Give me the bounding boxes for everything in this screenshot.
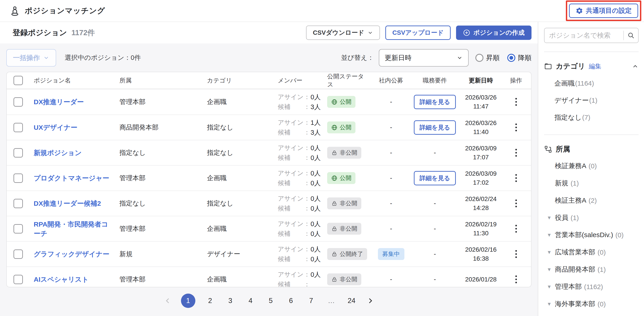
department-item[interactable]: ▼ 検証兼務A (0) [544,157,638,174]
table-row: プロダクトマネージャー 管理本部 企画職 アサイン ： 0人 候補 ： [7,165,531,190]
category-item[interactable]: 企画職 (1164) [544,75,638,92]
status-label: 公開終了 [340,250,363,258]
member-cell: アサイン ： 0人 候補 ： 0人 [272,143,323,163]
kebab-icon[interactable] [514,122,518,133]
position-name-link[interactable]: プロダクトマネージャー [34,173,109,183]
chevron-down-icon [43,55,50,61]
category-item[interactable]: デザイナー (1) [544,92,638,109]
col-category: カテゴリ [201,76,272,84]
job-requirements-cell: 詳細を見る [413,120,457,135]
kebab-icon[interactable] [514,198,518,209]
row-checkbox[interactable] [14,275,23,284]
category-title: カテゴリ [556,61,585,71]
updated-at-cell: 2026/02/16 16:38 [457,245,505,263]
department-item-count: (2) [588,197,597,204]
pagination-page[interactable]: 7 [306,297,316,305]
csv-upload-button[interactable]: CSVアップロード [385,25,451,40]
pagination-page[interactable]: 5 [266,297,276,305]
bulk-action-button[interactable]: 一括操作 [6,49,56,67]
triangle-down-icon[interactable]: ▼ [547,215,555,221]
department-item[interactable]: ▼ 広域営業本部 (0) [544,244,638,261]
updated-date: 2026/02/24 [465,194,496,203]
department-item[interactable]: ▼ 営業本部(salesDiv.) (0) [544,226,638,244]
search-input[interactable] [544,32,623,39]
view-details-button[interactable]: 詳細を見る [414,171,456,185]
sort-asc-label: 昇順 [486,53,500,63]
pagination-page-active[interactable]: 1 [181,294,195,308]
updated-at-cell: 2026/03/09 17:02 [457,169,505,187]
triangle-down-icon[interactable]: ▼ [547,284,555,290]
row-checkbox[interactable] [14,173,23,183]
row-checkbox[interactable] [14,148,23,158]
department-item-count: (0) [598,300,606,308]
member-cell: アサイン ： 0人 候補 ： 0人 [272,219,323,239]
kebab-icon[interactable] [514,173,518,183]
department-item[interactable]: ▼ 役員 (1) [544,209,638,226]
department-item[interactable]: ▼ 管理本部 (1162) [544,278,638,295]
position-name-link[interactable]: グラフィックデザイナー [34,249,109,259]
position-name-link[interactable]: RPA開発・市民開発者コーチ [34,220,113,238]
assign-count: 0人 [310,244,321,254]
view-details-button[interactable]: 詳細を見る [414,95,456,109]
csv-download-button[interactable]: CSVダウンロード [306,25,380,40]
create-position-button[interactable]: ポジションの作成 [456,25,532,40]
department-item[interactable]: ▼ 海外事業本部 (0) [544,295,638,313]
sort-asc-radio[interactable] [475,54,484,62]
pagination-next-icon[interactable] [366,297,374,305]
col-member: メンバー [272,76,323,84]
pagination-page-last[interactable]: 24 [346,297,357,305]
row-checkbox[interactable] [14,249,23,259]
department-item[interactable]: ▼ 新規 (1) [544,174,638,192]
category-edit-link[interactable]: 編集 [589,62,601,71]
kebab-icon[interactable] [514,249,518,259]
triangle-down-icon[interactable]: ▼ [547,249,555,255]
department-item[interactable]: ▼ 検証主務A (2) [544,192,638,209]
view-details-button[interactable]: 詳細を見る [414,120,456,135]
folder-icon [544,62,552,70]
row-checkbox[interactable] [14,123,23,132]
department-item-label: 海外事業本部 [555,300,595,309]
row-checkbox[interactable] [14,97,23,107]
search-icon[interactable] [624,32,638,39]
row-checkbox[interactable] [14,199,23,208]
department-cell: 管理本部 [113,224,201,233]
lock-icon [331,150,338,156]
category-item-count: (1164) [575,80,594,87]
department-tree: ▼ 検証兼務A (0) ▼ 新規 (1) ▼ 検証主務A (2) ▼ 役員 (1… [544,157,638,313]
pagination-page[interactable]: 6 [286,297,296,305]
updated-time: 16:38 [465,254,496,263]
department-item[interactable]: ▼ 商品開発本部 (1) [544,261,638,278]
position-name-link[interactable]: DX推進リーダー [34,97,84,106]
position-name-link[interactable]: UXデザイナー [34,123,78,132]
row-checkbox[interactable] [14,224,23,234]
position-name-link[interactable]: AIスペシャリスト [34,275,89,284]
pagination-page[interactable]: 3 [225,297,236,305]
internal-recruitment-cell: - [369,124,413,131]
sort-desc-radio[interactable] [507,54,515,62]
department-cell: 管理本部 [113,275,201,284]
triangle-down-icon[interactable]: ▼ [547,267,555,273]
pagination-prev-icon[interactable] [164,297,172,305]
col-updated-at: 更新日時 [457,76,505,84]
triangle-down-icon[interactable]: ▼ [547,301,555,307]
kebab-icon[interactable] [514,274,518,285]
status-badge: 非公開 [327,147,361,159]
position-name-link[interactable]: DX推進リーダー候補2 [34,199,101,208]
category-item-count: (1) [589,97,598,104]
kebab-icon[interactable] [514,223,518,234]
pagination-page[interactable]: 2 [205,297,216,305]
select-all-checkbox[interactable] [14,76,23,85]
divider [544,135,638,135]
updated-at-cell: 2026/01/28 [457,275,505,284]
common-settings-button[interactable]: 共通項目の設定 [569,3,638,18]
sort-select[interactable]: 更新日時 [379,49,469,67]
chevron-up-icon[interactable] [632,63,638,70]
updated-time: 11:47 [465,102,496,111]
category-item[interactable]: 指定なし (7) [544,109,638,126]
kebab-icon[interactable] [514,97,518,107]
triangle-down-icon[interactable]: ▼ [547,232,555,238]
kebab-icon[interactable] [514,148,518,158]
pagination-page[interactable]: 4 [245,297,256,305]
assign-count: 0人 [310,92,321,102]
position-name-link[interactable]: 新規ポジション [34,148,82,157]
